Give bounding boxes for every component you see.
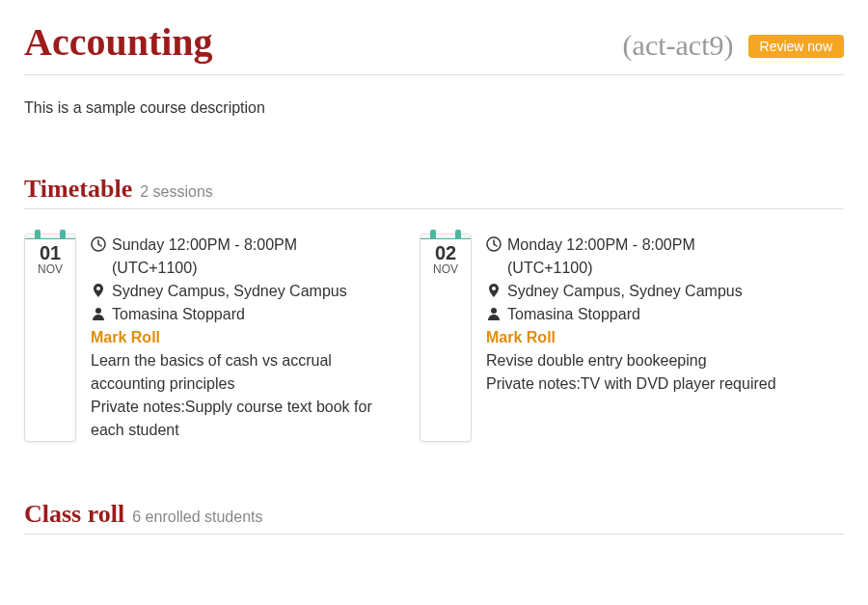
- calendar-icon: 01 NOV: [24, 234, 76, 442]
- classroll-header: Class roll 6 enrolled students: [24, 500, 844, 535]
- person-icon: [486, 306, 502, 321]
- calendar-month: NOV: [25, 263, 75, 276]
- session-card: 02 NOV Monday 12:00PM - 8:00PM (UTC+1100…: [420, 234, 776, 442]
- timetable-heading: Timetable: [24, 175, 132, 204]
- svg-point-3: [491, 308, 497, 314]
- calendar-day: 02: [420, 242, 471, 263]
- session-location: Sydney Campus, Sydney Campus: [507, 280, 743, 303]
- calendar-icon: 02 NOV: [420, 234, 472, 442]
- session-time: Sunday 12:00PM - 8:00PM (UTC+1100): [112, 234, 381, 280]
- session-instructor: Tomasina Stoppard: [112, 303, 245, 326]
- timetable-subheading: 2 sessions: [140, 183, 213, 201]
- classroll-subheading: 6 enrolled students: [132, 509, 262, 526]
- classroll-heading: Class roll: [24, 500, 124, 529]
- session-description: Revise double entry bookeeping: [486, 349, 776, 372]
- clock-icon: [486, 236, 502, 252]
- session-body: Monday 12:00PM - 8:00PM (UTC+1100) Sydne…: [486, 234, 776, 442]
- calendar-day: 01: [25, 242, 75, 263]
- location-icon: [91, 283, 106, 298]
- session-notes: Private notes:TV with DVD player require…: [486, 372, 776, 396]
- page-header: Accounting (act-act9) Review now: [24, 19, 844, 75]
- mark-roll-link[interactable]: Mark Roll: [486, 329, 556, 345]
- session-instructor: Tomasina Stoppard: [507, 303, 640, 326]
- session-notes: Private notes:Supply course text book fo…: [91, 396, 381, 442]
- timetable-header: Timetable 2 sessions: [24, 175, 844, 209]
- svg-point-1: [95, 308, 101, 314]
- calendar-month: NOV: [420, 263, 471, 276]
- clock-icon: [91, 236, 106, 252]
- mark-roll-link[interactable]: Mark Roll: [91, 329, 160, 345]
- course-description: This is a sample course description: [24, 99, 844, 117]
- sessions-container: 01 NOV Sunday 12:00PM - 8:00PM (UTC+1100…: [24, 234, 844, 442]
- session-location: Sydney Campus, Sydney Campus: [112, 280, 347, 303]
- session-time: Monday 12:00PM - 8:00PM (UTC+1100): [507, 234, 776, 280]
- session-description: Learn the basics of cash vs accrual acco…: [91, 349, 381, 396]
- session-card: 01 NOV Sunday 12:00PM - 8:00PM (UTC+1100…: [24, 234, 381, 442]
- session-body: Sunday 12:00PM - 8:00PM (UTC+1100) Sydne…: [91, 234, 381, 442]
- course-title: Accounting: [24, 19, 213, 65]
- location-icon: [486, 283, 502, 298]
- course-code: (act-act9): [623, 29, 734, 62]
- review-now-button[interactable]: Review now: [748, 35, 844, 58]
- person-icon: [91, 306, 106, 321]
